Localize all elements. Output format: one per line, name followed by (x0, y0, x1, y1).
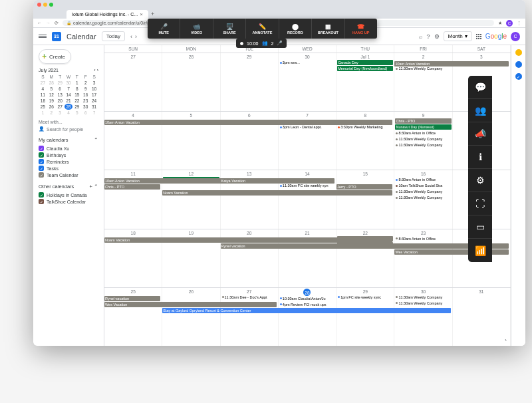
close-tab-icon[interactable]: × (140, 11, 143, 17)
event[interactable]: 1pm FC site weekly sync (337, 295, 393, 300)
mini-day[interactable]: 13 (56, 92, 65, 98)
mini-day[interactable]: 5 (47, 86, 56, 92)
event-span[interactable]: Stay at Gaylord Opryland Resort & Conven… (162, 308, 450, 313)
mute-button[interactable]: 🎤MUTE (148, 19, 180, 39)
mini-day[interactable]: 5 (72, 110, 81, 116)
day-cell[interactable]: 27 (104, 53, 162, 111)
mini-next-icon[interactable]: › (97, 68, 98, 72)
event-span[interactable]: Jerry - PTO (336, 184, 392, 190)
create-button[interactable]: + Create (39, 49, 71, 64)
mini-day[interactable]: 3 (90, 80, 98, 86)
view-selector[interactable]: Month▾ (444, 31, 472, 41)
mini-day[interactable]: 17 (90, 92, 98, 98)
mini-day[interactable]: 26 (47, 104, 56, 110)
event-span[interactable]: 10am Anton Vacation (394, 61, 509, 67)
event[interactable]: 10am TalkShoe Social Stra (395, 183, 451, 188)
share-button[interactable]: 🖥️SHARE (213, 19, 246, 39)
close-window-icon[interactable] (37, 3, 41, 7)
event[interactable]: 11:30am Weekly Company (395, 295, 451, 300)
my-calendars-header[interactable]: My calendars ⌃ (39, 137, 98, 143)
event[interactable]: 8:30am Anton in Office (395, 130, 451, 136)
mini-day[interactable]: 20 (56, 98, 65, 104)
event-span[interactable]: Noam Vacation (162, 190, 392, 196)
annotate-button[interactable]: ✏️ANNOTATE (246, 19, 279, 39)
mini-day[interactable]: 22 (72, 98, 81, 104)
browser-menu-icon[interactable]: ⋮ (517, 21, 521, 26)
event[interactable]: 11:30am Weekly Company (395, 142, 451, 148)
event-span[interactable]: Katya Vacation (221, 178, 335, 184)
mini-day[interactable]: 10 (90, 86, 98, 92)
event-span[interactable]: Wes Vacation (104, 302, 277, 307)
event[interactable]: 11:30am Weekly Company (395, 195, 451, 200)
event[interactable]: Chris - PTO (395, 118, 451, 124)
mini-day[interactable]: 7 (65, 86, 73, 92)
mini-day[interactable]: 28 (65, 104, 73, 110)
event[interactable]: 10:30am Claudia/Anton/Ju (279, 296, 335, 301)
tasks-icon[interactable] (515, 61, 522, 68)
event-span[interactable]: 10am Anton Vacation (104, 120, 392, 125)
day-cell[interactable]: 3011:30am Weekly Company11:30am Weekly C… (394, 288, 452, 346)
day-cell[interactable]: 28 (162, 53, 220, 111)
mini-day[interactable]: 28 (47, 80, 56, 86)
day-cell[interactable]: 238:30am Anton in Office11:30am Weekly C… (394, 229, 452, 287)
day-cell[interactable]: 26 (162, 288, 220, 346)
event[interactable]: 4pm Review FCI mock ups (279, 302, 335, 307)
event[interactable]: 8:30am Anton in Office (395, 236, 451, 241)
back-icon[interactable]: ← (37, 21, 42, 25)
mini-day[interactable]: 8 (72, 86, 81, 92)
search-icon[interactable]: ⌕ (419, 33, 422, 40)
calendar-toggle[interactable]: ✓Claudia Xu (39, 145, 98, 152)
event[interactable]: 3pm Leon - Dental appt. (279, 124, 335, 130)
mini-day[interactable]: 25 (39, 104, 47, 110)
mini-day[interactable]: 15 (72, 92, 81, 98)
addon-icon[interactable]: ✓ (515, 73, 522, 80)
new-tab-icon[interactable]: + (148, 11, 157, 17)
search-people-input[interactable]: 👤 Search for people (39, 126, 98, 132)
mini-day[interactable]: 3 (56, 110, 65, 116)
mini-day[interactable]: 29 (56, 80, 65, 86)
mini-day[interactable]: 2 (47, 110, 56, 116)
event[interactable]: 3pm sea… (279, 60, 335, 65)
mini-day[interactable]: 11 (39, 92, 47, 98)
mini-day[interactable]: 30 (81, 104, 90, 110)
settings-icon[interactable]: ⚙ (468, 169, 492, 192)
forward-icon[interactable]: → (46, 21, 51, 25)
mini-day[interactable]: 4 (39, 86, 47, 92)
mini-day[interactable]: 27 (56, 104, 65, 110)
mini-day[interactable]: 29 (72, 104, 81, 110)
reload-icon[interactable]: ⟳ (55, 21, 59, 26)
calendar-toggle[interactable]: ✓Tasks (39, 165, 98, 172)
maximize-window-icon[interactable] (49, 3, 53, 7)
day-cell[interactable]: 29 (221, 53, 279, 111)
next-month-icon[interactable]: › (135, 33, 137, 40)
mini-day[interactable]: 6 (56, 86, 65, 92)
record-button[interactable]: ⬤RECORD (279, 19, 312, 39)
mini-day[interactable]: 14 (65, 92, 73, 98)
prev-month-icon[interactable]: ‹ (130, 33, 132, 40)
mini-day[interactable]: 2 (81, 80, 90, 86)
breakout-button[interactable]: ▦BREAKOUT (312, 19, 344, 39)
mini-day[interactable]: 16 (81, 92, 90, 98)
calendar-toggle[interactable]: ✓TalkShoe Calendar (39, 198, 98, 205)
mini-day[interactable]: 1 (39, 110, 47, 116)
wifi-icon[interactable]: 📶 (468, 239, 492, 262)
mini-day[interactable]: 19 (47, 98, 56, 104)
mini-day[interactable]: 12 (47, 92, 56, 98)
day-cell[interactable]: 9Chris - PTONunavut Day (Nunavut)8:30am … (394, 112, 452, 170)
mini-prev-icon[interactable]: ‹ (94, 68, 95, 72)
event-span[interactable]: Rynel vacation (104, 296, 160, 301)
other-calendars-header[interactable]: Other calendars + ⌃ (39, 184, 98, 190)
mini-day[interactable]: 6 (81, 110, 90, 116)
account-avatar[interactable]: C (511, 32, 520, 41)
mini-day[interactable]: 24 (90, 98, 98, 104)
help-icon[interactable]: ? (426, 33, 430, 40)
info-icon[interactable]: ℹ (468, 146, 492, 169)
mini-day[interactable]: 27 (39, 80, 47, 86)
event-span[interactable]: Rynel vacation (221, 243, 509, 249)
mini-day[interactable]: 30 (65, 80, 73, 86)
event[interactable]: Nunavut Day (Nunavut) (395, 124, 451, 130)
event[interactable]: Canada Day (337, 60, 393, 65)
browser-tab[interactable]: Iotum Global Holdings Inc. - C... × (66, 10, 148, 19)
event-span[interactable]: Chris - PTO (104, 184, 160, 190)
video-button[interactable]: 📹VIDEO (180, 19, 213, 39)
